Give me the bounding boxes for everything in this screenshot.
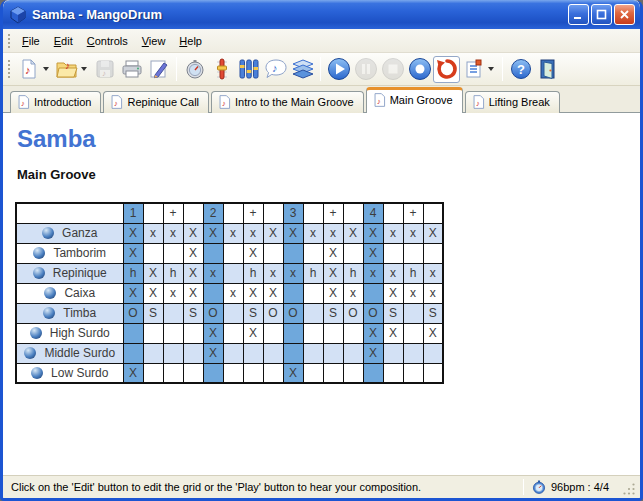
drum-icon: [44, 287, 56, 299]
grid-row: High SurdoXXXXX: [16, 323, 443, 343]
instrument-name: Repinique: [53, 266, 107, 280]
beat-cell: X: [123, 363, 143, 383]
metronome-button[interactable]: [181, 56, 208, 83]
instrument-cell: Timba: [16, 303, 123, 323]
playlist-dropdown-caret[interactable]: [488, 67, 494, 71]
beat-header: [383, 203, 403, 223]
statusbar-separator: [523, 479, 524, 495]
tab-label: Lifting Break: [489, 96, 550, 108]
grid-row: RepiniquehXhXxhxxhXhxxhx: [16, 263, 443, 283]
instrument-name: Low Surdo: [51, 366, 108, 380]
save-floppy-icon: ♪: [95, 59, 115, 79]
tab-repinique-call[interactable]: ♪ Repinique Call: [103, 91, 209, 113]
beat-cell: [223, 343, 243, 363]
menu-help[interactable]: Help: [172, 32, 209, 50]
menu-edit[interactable]: Edit: [47, 32, 80, 50]
layers-button[interactable]: [289, 56, 316, 83]
beat-cell: [263, 363, 283, 383]
menubar-grip[interactable]: [6, 32, 11, 48]
tab-main-groove[interactable]: ♪ Main Groove: [366, 87, 463, 113]
tab-introduction[interactable]: ♪ Introduction: [10, 91, 101, 113]
tab-label: Introduction: [34, 96, 91, 108]
beat-cell: [303, 283, 323, 303]
beat-cell: S: [323, 303, 343, 323]
beat-cell: X: [363, 223, 383, 243]
beat-cell: X: [323, 243, 343, 263]
loop-icon: [435, 57, 459, 81]
beat-cell: x: [403, 283, 423, 303]
beat-cell: x: [223, 223, 243, 243]
beat-cell: [423, 363, 443, 383]
exit-button[interactable]: [534, 56, 561, 83]
tab-label: Intro to the Main Groove: [235, 96, 354, 108]
mixer-button[interactable]: [235, 56, 262, 83]
beat-cell: S: [243, 303, 263, 323]
beat-cell: O: [263, 303, 283, 323]
new-note-button[interactable]: ♪: [15, 56, 42, 83]
beat-cell: [343, 363, 363, 383]
menubar: File Edit Controls View Help: [3, 29, 640, 53]
tab-intro-to-the-main-groove[interactable]: ♪ Intro to the Main Groove: [211, 91, 364, 113]
beat-cell: [363, 363, 383, 383]
beat-cell: [283, 283, 303, 303]
beat-cell: [183, 363, 203, 383]
instrument-cell: Tamborim: [16, 243, 123, 263]
beat-cell: [283, 243, 303, 263]
beat-cell: x: [363, 263, 383, 283]
fader-icon: [212, 58, 232, 80]
maximize-button[interactable]: [591, 4, 612, 25]
beat-cell: X: [343, 223, 363, 243]
beat-cell: X: [323, 263, 343, 283]
statusbar: Click on the 'Edit' button to edit the g…: [3, 475, 640, 498]
page-subtitle: Main Groove: [17, 167, 640, 182]
beat-cell: [383, 343, 403, 363]
drum-icon: [24, 347, 36, 359]
menu-controls[interactable]: Controls: [80, 32, 135, 50]
open-dropdown-caret[interactable]: [81, 67, 87, 71]
menu-file[interactable]: File: [15, 32, 47, 50]
loop-button[interactable]: [433, 56, 460, 83]
playlist-button[interactable]: [460, 56, 487, 83]
beat-cell: [403, 243, 423, 263]
drum-icon: [43, 307, 55, 319]
help-button[interactable]: ?: [507, 56, 534, 83]
grid-body: GanzaXxxXXxxXXxxXXxxXTamborimXXXXXRepini…: [16, 223, 443, 383]
tempo-fader-button[interactable]: [208, 56, 235, 83]
beat-cell: [283, 323, 303, 343]
grid-row: Middle SurdoXX: [16, 343, 443, 363]
beat-cell: h: [303, 263, 323, 283]
print-button[interactable]: [118, 56, 145, 83]
app-window: Samba - MangoDrum File Edit Controls Vie…: [0, 0, 643, 501]
beat-cell: O: [283, 303, 303, 323]
beat-cell: [303, 343, 323, 363]
new-dropdown-caret[interactable]: [43, 67, 49, 71]
edit-button[interactable]: [145, 56, 172, 83]
play-button[interactable]: [325, 56, 352, 83]
record-button[interactable]: [406, 56, 433, 83]
sound-bubble-button[interactable]: ♪: [262, 56, 289, 83]
beat-cell: [323, 343, 343, 363]
beat-cell: [223, 243, 243, 263]
beat-cell: [343, 323, 363, 343]
beat-cell: x: [203, 263, 223, 283]
beat-cell: [363, 283, 383, 303]
beat-cell: [283, 343, 303, 363]
minimize-button[interactable]: [568, 4, 589, 25]
tab-page-icon: ♪: [472, 95, 485, 109]
beat-cell: [223, 363, 243, 383]
toolbar-grip[interactable]: [6, 58, 11, 80]
pause-button: [352, 56, 379, 83]
resize-grip[interactable]: [623, 483, 636, 496]
svg-text:♪: ♪: [476, 98, 480, 107]
menu-view[interactable]: View: [135, 32, 173, 50]
tab-lifting-break[interactable]: ♪ Lifting Break: [465, 91, 560, 113]
beat-cell: X: [243, 323, 263, 343]
close-button[interactable]: [614, 4, 635, 25]
tab-label: Main Groove: [390, 94, 453, 106]
grid-row: CaixaXXxXxXXXxXxx: [16, 283, 443, 303]
beat-cell: O: [203, 303, 223, 323]
beat-cell: X: [383, 283, 403, 303]
beat-cell: x: [283, 263, 303, 283]
open-button[interactable]: ♪: [53, 56, 80, 83]
beat-cell: x: [163, 223, 183, 243]
